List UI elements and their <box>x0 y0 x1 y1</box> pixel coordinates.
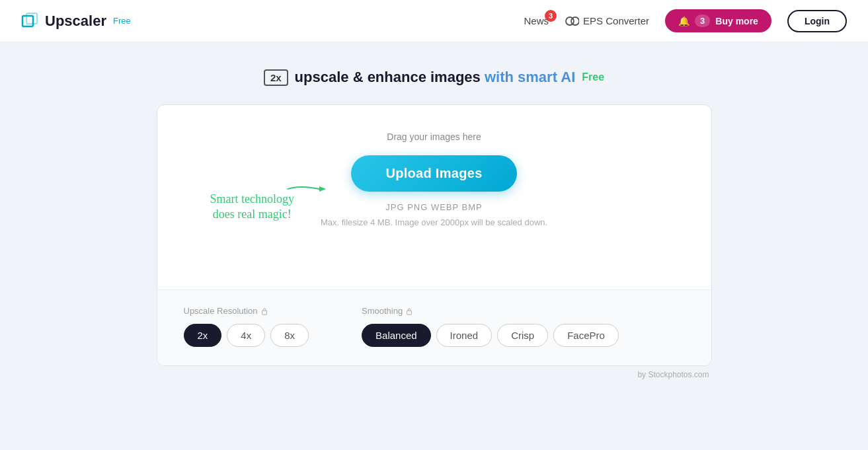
smoothing-balanced-button[interactable]: Balanced <box>362 324 431 347</box>
credits-icon: 🔔 <box>678 16 690 26</box>
smoothing-options: Balanced Ironed Crisp FacePro <box>362 324 619 347</box>
resolution-8x-button[interactable]: 8x <box>270 324 309 347</box>
smart-tech-label: Smart technology does real magic! <box>210 191 294 222</box>
resolution-label: Upscale Resolution <box>184 306 309 316</box>
resolution-group: Upscale Resolution 2x 4x 8x <box>184 306 309 347</box>
smoothing-ironed-button[interactable]: Ironed <box>436 324 493 347</box>
smoothing-label: Smoothing <box>362 306 619 316</box>
format-types: JPG PNG WEBP BMP <box>385 202 483 212</box>
headline-main: upscale & enhance images <box>295 69 481 85</box>
logo-area: Upscaler Free <box>21 12 524 30</box>
svg-point-3 <box>571 17 579 25</box>
headline-area: 2x upscale & enhance images with smart A… <box>264 69 604 86</box>
eps-icon <box>565 14 579 28</box>
upload-images-button[interactable]: Upload Images <box>351 155 516 192</box>
login-button[interactable]: Login <box>787 10 847 32</box>
drag-text: Drag your images here <box>387 131 481 142</box>
resolution-4x-button[interactable]: 4x <box>227 324 265 347</box>
upload-area[interactable]: Drag your images here Smart technology d… <box>157 105 711 290</box>
resolution-2x-button[interactable]: 2x <box>184 324 222 347</box>
svg-rect-5 <box>262 311 266 315</box>
scale-badge: 2x <box>264 69 288 86</box>
eps-label: EPS Converter <box>583 15 649 26</box>
svg-rect-6 <box>407 311 412 315</box>
logo-text: Upscaler <box>45 13 106 30</box>
headline-free: Free <box>582 71 604 83</box>
header: Upscaler Free News 3 EPS Converter 🔔 3 B… <box>0 0 868 42</box>
headline-ai: with smart AI <box>485 69 575 85</box>
smoothing-crisp-button[interactable]: Crisp <box>497 324 548 347</box>
logo-free-badge: Free <box>113 16 131 26</box>
nav-eps-link[interactable]: EPS Converter <box>565 14 649 28</box>
settings-area: Upscale Resolution 2x 4x 8x Smoothing <box>157 290 711 365</box>
headline-text: upscale & enhance images with smart AI <box>295 69 576 86</box>
nav-area: News 3 EPS Converter 🔔 3 Buy more Login <box>524 9 847 32</box>
smoothing-group: Smoothing Balanced Ironed Crisp FacePro <box>362 306 619 347</box>
resolution-options: 2x 4x 8x <box>184 324 309 347</box>
buy-more-label: Buy more <box>715 16 758 26</box>
arrow-icon <box>286 182 326 196</box>
smoothing-lock-icon <box>405 307 413 315</box>
svg-rect-1 <box>26 13 37 24</box>
footer-credit: by Stockphotos.com <box>157 370 712 379</box>
credits-count: 3 <box>695 15 710 27</box>
upload-card: Drag your images here Smart technology d… <box>157 104 712 366</box>
nav-news-link[interactable]: News 3 <box>524 15 549 26</box>
svg-rect-0 <box>22 16 33 26</box>
main-content: 2x upscale & enhance images with smart A… <box>0 42 868 393</box>
buy-more-button[interactable]: 🔔 3 Buy more <box>665 9 771 32</box>
filesize-note: Max. filesize 4 MB. Image over 2000px wi… <box>321 217 547 227</box>
resolution-lock-icon <box>260 307 268 315</box>
smoothing-facepro-button[interactable]: FacePro <box>553 324 619 347</box>
svg-marker-4 <box>319 186 326 192</box>
news-badge: 3 <box>545 10 557 22</box>
logo-icon <box>21 12 40 30</box>
